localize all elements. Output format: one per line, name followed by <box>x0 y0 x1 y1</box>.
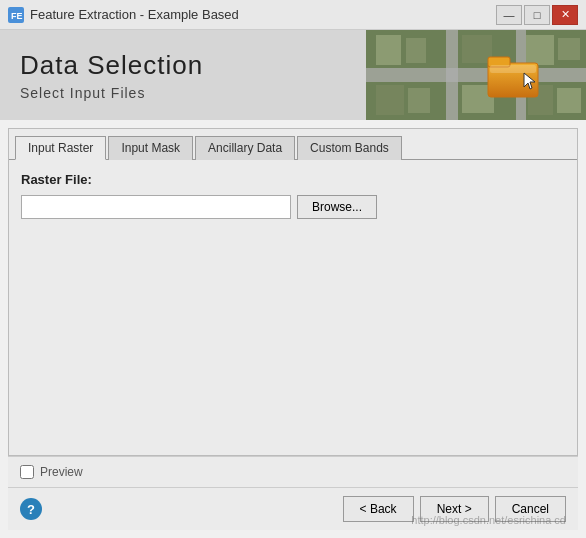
footer-left: ? <box>20 498 42 520</box>
svg-rect-15 <box>557 88 581 113</box>
footer: ? < Back Next > Cancel <box>8 487 578 530</box>
app-icon: FE <box>8 7 24 23</box>
header-title: Data Selection <box>20 50 203 81</box>
close-button[interactable]: ✕ <box>552 5 578 25</box>
tabs-container: Input Raster Input Mask Ancillary Data C… <box>9 129 577 160</box>
content-wrapper: Data Selection Select Input Files <box>0 30 586 538</box>
next-button[interactable]: Next > <box>420 496 489 522</box>
header-bg-svg <box>366 30 586 120</box>
folder-icon-container <box>486 45 541 103</box>
browse-button[interactable]: Browse... <box>297 195 377 219</box>
title-bar-controls: — □ ✕ <box>496 5 578 25</box>
svg-rect-4 <box>446 30 458 120</box>
svg-rect-7 <box>406 38 426 63</box>
raster-file-label: Raster File: <box>21 172 565 187</box>
svg-rect-19 <box>490 65 536 73</box>
tab-content-input-raster: Raster File: Browse... <box>9 160 577 450</box>
svg-rect-6 <box>376 35 401 65</box>
header-image <box>366 30 586 120</box>
svg-rect-10 <box>558 38 580 60</box>
tab-ancillary-data[interactable]: Ancillary Data <box>195 136 295 160</box>
title-bar: FE Feature Extraction - Example Based — … <box>0 0 586 30</box>
maximize-button[interactable]: □ <box>524 5 550 25</box>
back-button[interactable]: < Back <box>343 496 414 522</box>
cancel-button[interactable]: Cancel <box>495 496 566 522</box>
folder-icon <box>486 45 541 100</box>
svg-rect-3 <box>366 68 586 82</box>
footer-buttons: < Back Next > Cancel <box>343 496 566 522</box>
preview-bar: Preview <box>8 456 578 487</box>
svg-rect-11 <box>376 85 404 115</box>
header-subtitle: Select Input Files <box>20 85 203 101</box>
preview-checkbox[interactable] <box>20 465 34 479</box>
svg-text:FE: FE <box>11 11 23 21</box>
window-title: Feature Extraction - Example Based <box>30 7 239 22</box>
tab-input-raster[interactable]: Input Raster <box>15 136 106 160</box>
header-section: Data Selection Select Input Files <box>0 30 586 120</box>
help-icon[interactable]: ? <box>20 498 42 520</box>
svg-rect-12 <box>408 88 430 113</box>
raster-file-input[interactable] <box>21 195 291 219</box>
title-bar-left: FE Feature Extraction - Example Based <box>8 7 239 23</box>
file-input-row: Browse... <box>21 195 565 219</box>
preview-label[interactable]: Preview <box>20 465 83 479</box>
tab-input-mask[interactable]: Input Mask <box>108 136 193 160</box>
header-text: Data Selection Select Input Files <box>0 40 223 111</box>
tab-custom-bands[interactable]: Custom Bands <box>297 136 402 160</box>
minimize-button[interactable]: — <box>496 5 522 25</box>
